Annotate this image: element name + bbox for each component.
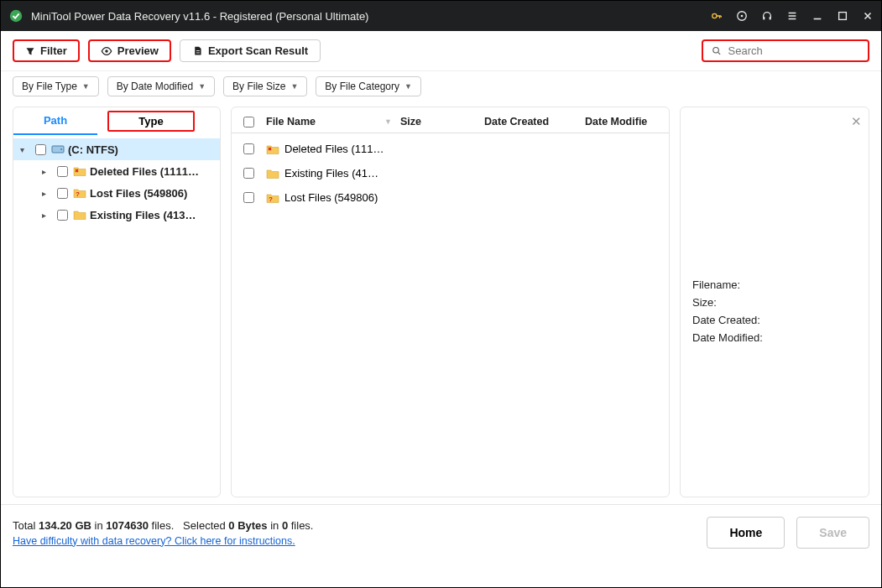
eye-icon bbox=[101, 45, 112, 57]
chevron-right-icon[interactable]: ▸ bbox=[42, 167, 52, 176]
search-box[interactable] bbox=[702, 39, 869, 62]
col-header-modified[interactable]: Date Modifie bbox=[585, 116, 652, 127]
select-all-checkbox[interactable] bbox=[243, 117, 254, 127]
detail-modified: Date Modified: bbox=[692, 331, 857, 344]
tree-root-drive[interactable]: ▾ (C: NTFS) bbox=[13, 138, 220, 160]
key-icon[interactable] bbox=[710, 9, 723, 23]
checkbox[interactable] bbox=[57, 210, 68, 221]
tree-item-label: Deleted Files (1111… bbox=[90, 165, 199, 178]
tree-item-deleted[interactable]: ▸ Deleted Files (1111… bbox=[13, 160, 220, 182]
export-icon bbox=[192, 45, 203, 56]
row-label: Existing Files (41… bbox=[284, 167, 378, 180]
detail-created: Date Created: bbox=[692, 314, 857, 326]
chevron-down-icon[interactable]: ▾ bbox=[20, 145, 30, 154]
maximize-icon[interactable] bbox=[836, 9, 849, 23]
titlebar: MiniTool Power Data Recovery v11.6 - Reg… bbox=[1, 1, 881, 31]
file-tree: ▾ (C: NTFS) ▸ Deleted Files (1111… ▸ ? L… bbox=[13, 135, 220, 229]
checkbox[interactable] bbox=[243, 143, 254, 154]
chevron-right-icon[interactable]: ▸ bbox=[42, 211, 52, 220]
export-button[interactable]: Export Scan Result bbox=[180, 39, 321, 62]
footer-stats: Total 134.20 GB in 1074630 files. Select… bbox=[13, 519, 313, 532]
tree-root-label: (C: NTFS) bbox=[68, 143, 118, 156]
table-row[interactable]: ? Lost Files (549806) bbox=[232, 185, 669, 210]
col-header-size[interactable]: Size bbox=[400, 116, 484, 127]
details-panel: ✕ Filename: Size: Date Created: Date Mod… bbox=[680, 107, 869, 497]
svg-point-3 bbox=[741, 15, 744, 18]
svg-point-7 bbox=[105, 49, 108, 53]
svg-point-8 bbox=[713, 48, 719, 54]
file-list-panel: File Name▼ Size Date Created Date Modifi… bbox=[231, 107, 670, 497]
tree-item-existing[interactable]: ▸ Existing Files (413… bbox=[13, 204, 220, 226]
svg-rect-4 bbox=[763, 17, 765, 20]
svg-rect-5 bbox=[770, 17, 771, 20]
window-title: MiniTool Power Data Recovery v11.6 - Reg… bbox=[31, 10, 710, 23]
tab-type[interactable]: Type bbox=[107, 111, 195, 132]
tab-path[interactable]: Path bbox=[13, 107, 97, 135]
chip-by-file-type[interactable]: By File Type▼ bbox=[13, 76, 99, 96]
folder-deleted-icon bbox=[266, 143, 279, 155]
search-input[interactable] bbox=[728, 44, 859, 57]
footer: Total 134.20 GB in 1074630 files. Select… bbox=[1, 504, 881, 560]
preview-button[interactable]: Preview bbox=[88, 39, 171, 62]
sidebar-panel: Path Type ▾ (C: NTFS) ▸ Deleted Files (1… bbox=[13, 107, 221, 497]
svg-point-1 bbox=[712, 13, 717, 18]
filter-button[interactable]: Filter bbox=[13, 39, 80, 62]
row-label: Lost Files (549806) bbox=[284, 191, 378, 204]
detail-filename: Filename: bbox=[692, 278, 857, 291]
folder-lost-icon: ? bbox=[266, 192, 279, 204]
folder-deleted-icon bbox=[73, 164, 86, 178]
search-icon bbox=[712, 45, 722, 56]
checkbox[interactable] bbox=[243, 168, 254, 179]
chevron-down-icon: ▼ bbox=[198, 82, 206, 91]
svg-text:?: ? bbox=[76, 190, 80, 198]
chevron-right-icon[interactable]: ▸ bbox=[42, 189, 52, 198]
sort-caret-icon: ▼ bbox=[384, 117, 392, 126]
checkbox[interactable] bbox=[57, 188, 68, 199]
chip-by-file-category[interactable]: By File Category▼ bbox=[316, 76, 421, 96]
app-logo-icon bbox=[8, 8, 24, 24]
table-row[interactable]: Existing Files (41… bbox=[232, 161, 669, 185]
table-header: File Name▼ Size Date Created Date Modifi… bbox=[232, 107, 669, 133]
tree-item-label: Existing Files (413… bbox=[90, 209, 196, 221]
close-details-icon[interactable]: ✕ bbox=[851, 114, 862, 129]
save-button[interactable]: Save bbox=[796, 517, 869, 549]
chevron-down-icon: ▼ bbox=[82, 82, 90, 91]
checkbox[interactable] bbox=[57, 166, 68, 177]
chip-by-file-size[interactable]: By File Size▼ bbox=[223, 76, 307, 96]
filter-icon bbox=[25, 46, 35, 56]
headphones-icon[interactable] bbox=[760, 9, 774, 23]
detail-size: Size: bbox=[692, 296, 857, 309]
tree-item-label: Lost Files (549806) bbox=[90, 187, 187, 200]
chip-by-date-modified[interactable]: By Date Modified▼ bbox=[107, 76, 215, 96]
svg-point-0 bbox=[10, 10, 22, 22]
checkbox[interactable] bbox=[243, 192, 254, 203]
folder-icon bbox=[73, 208, 86, 221]
table-row[interactable]: Deleted Files (111… bbox=[232, 137, 669, 161]
toolbar: Filter Preview Export Scan Result bbox=[1, 31, 881, 71]
svg-point-10 bbox=[60, 148, 62, 150]
col-header-created[interactable]: Date Created bbox=[484, 116, 585, 127]
col-header-name[interactable]: File Name▼ bbox=[266, 116, 400, 127]
preview-label: Preview bbox=[117, 44, 159, 57]
tree-item-lost[interactable]: ▸ ? Lost Files (549806) bbox=[13, 182, 220, 204]
menu-icon[interactable] bbox=[785, 9, 799, 23]
chevron-down-icon: ▼ bbox=[290, 82, 298, 91]
chevron-down-icon: ▼ bbox=[404, 82, 412, 91]
drive-icon bbox=[51, 143, 65, 156]
svg-rect-6 bbox=[839, 13, 847, 20]
row-label: Deleted Files (111… bbox=[284, 143, 384, 155]
minimize-icon[interactable] bbox=[811, 9, 824, 23]
filter-chips: By File Type▼ By Date Modified▼ By File … bbox=[1, 71, 881, 107]
help-link[interactable]: Have difficulty with data recovery? Clic… bbox=[13, 535, 313, 547]
folder-icon bbox=[266, 168, 279, 180]
export-label: Export Scan Result bbox=[208, 44, 308, 57]
close-icon[interactable] bbox=[861, 9, 874, 23]
disc-icon[interactable] bbox=[735, 9, 749, 23]
checkbox[interactable] bbox=[35, 144, 46, 155]
svg-text:?: ? bbox=[269, 195, 273, 203]
home-button[interactable]: Home bbox=[707, 517, 785, 549]
filter-label: Filter bbox=[40, 44, 67, 57]
folder-lost-icon: ? bbox=[73, 186, 86, 200]
